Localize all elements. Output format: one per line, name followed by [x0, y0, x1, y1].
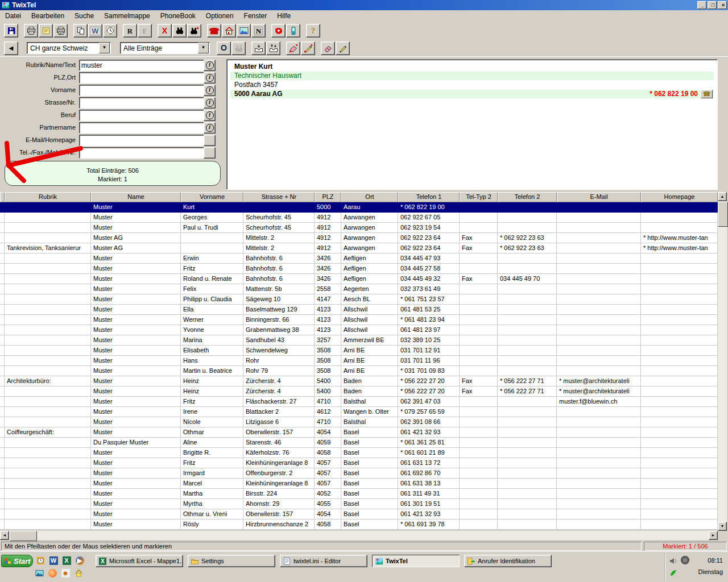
- help-button[interactable]: ?: [306, 24, 320, 38]
- menu-fenster[interactable]: Fenster: [239, 10, 272, 22]
- notes-button[interactable]: N: [251, 24, 266, 38]
- menu-phonebook[interactable]: PhoneBook: [155, 10, 201, 22]
- column-header-plz[interactable]: PLZ: [315, 192, 341, 202]
- partnername-input[interactable]: [79, 122, 204, 134]
- edit-button[interactable]: [336, 41, 350, 55]
- table-row[interactable]: MusterPhilipp u. ClaudiaSägeweg 104147Ae…: [0, 294, 718, 305]
- table-row[interactable]: MusterElisabethSchwendelweg3508Arni BE03…: [0, 346, 718, 356]
- maximize-button[interactable]: □: [708, 1, 717, 9]
- export-marked-button[interactable]: [251, 41, 266, 55]
- quicklaunch-word-icon[interactable]: W: [48, 556, 59, 566]
- table-row[interactable]: MusterMarcelKleinhüningeranlage 84057Bas…: [0, 479, 718, 489]
- task-button-settings[interactable]: Settings: [188, 555, 275, 567]
- map-button[interactable]: [237, 24, 251, 38]
- sms-button[interactable]: [286, 24, 300, 38]
- column-header-ort[interactable]: Ort: [341, 192, 398, 202]
- table-row[interactable]: Du Pasquier MusterAlineStarenstr. 464059…: [0, 438, 718, 448]
- menu-hilfe[interactable]: Hilfe: [272, 10, 296, 22]
- print-button[interactable]: [24, 24, 38, 38]
- back-button[interactable]: ◄: [4, 41, 18, 55]
- index-button-partnername[interactable]: I: [204, 122, 216, 134]
- print-list-button[interactable]: [53, 24, 68, 38]
- table-row[interactable]: MusterWernerBinningerstr. 664123Allschwi…: [0, 315, 718, 325]
- table-row[interactable]: MusterEllaBaselmattweg 1294123Allschwil0…: [0, 305, 718, 315]
- table-row[interactable]: MusterFelixMattenstr. 5b2558Aegerten032 …: [0, 284, 718, 294]
- vertical-scroll-thumb[interactable]: [718, 202, 728, 227]
- label-button[interactable]: [39, 24, 53, 38]
- start-button[interactable]: Start: [1, 555, 33, 567]
- erase-button[interactable]: [321, 41, 335, 55]
- plz-ort-input[interactable]: [79, 72, 204, 84]
- search-new-button[interactable]: [187, 24, 201, 38]
- quicklaunch-media-player-icon[interactable]: ▶: [75, 556, 85, 566]
- column-header-telefon-2[interactable]: Telefon 2: [498, 192, 557, 202]
- scroll-right-button[interactable]: ►: [709, 531, 718, 540]
- table-row[interactable]: Architekturbüro:MusterHeinzZürcherstr. 4…: [0, 376, 718, 386]
- table-row-selected[interactable]: MusterKurt5000Aarau* 062 822 19 00: [0, 202, 718, 213]
- scroll-down-button[interactable]: ▼: [718, 522, 727, 531]
- dial-button[interactable]: ☎: [207, 24, 221, 38]
- table-row[interactable]: MusterMarinaSandhubel 433257Ammerzwil BE…: [0, 335, 718, 346]
- strasse-nr-input[interactable]: [79, 97, 204, 109]
- column-header-strasse-nr[interactable]: Strasse + Nr: [243, 192, 315, 202]
- erase-marked-button[interactable]: [286, 41, 300, 55]
- delete-button[interactable]: X: [158, 24, 172, 38]
- menu-suche[interactable]: Suche: [69, 10, 99, 22]
- menu-optionen[interactable]: Optionen: [201, 10, 239, 22]
- region-select[interactable]: CH ganze Schweiz ▼: [27, 42, 111, 54]
- tray-volume-icon[interactable]: [669, 556, 679, 566]
- search-o-button[interactable]: O: [217, 41, 231, 55]
- search-stop-button[interactable]: [231, 41, 246, 55]
- tray-agent-icon[interactable]: [681, 556, 690, 566]
- table-row[interactable]: MusterRoland u. RenateBahnhofstr. 63426A…: [0, 274, 718, 284]
- entries-filter-select[interactable]: Alle Einträge ▼: [120, 42, 210, 54]
- chevron-down-icon[interactable]: ▼: [99, 43, 110, 53]
- swiss-map-button[interactable]: [271, 24, 286, 38]
- task-button-twixtel-ini-editor[interactable]: twixtel.ini - Editor: [280, 555, 367, 567]
- table-row[interactable]: MusterMarthaBirsstr. 2244052Basel061 311…: [0, 489, 718, 499]
- index-button-vorname[interactable]: I: [204, 85, 216, 96]
- table-row[interactable]: MusterYvonneGrabenmattweg 384123Allschwi…: [0, 325, 718, 335]
- vertical-scrollbar[interactable]: ▲ ▼: [718, 192, 727, 531]
- column-header-vorname[interactable]: Vorname: [181, 192, 243, 202]
- export-word-button[interactable]: W: [88, 24, 102, 38]
- scroll-up-button[interactable]: ▲: [718, 192, 727, 201]
- column-header-e-mail[interactable]: E-Mail: [557, 192, 641, 202]
- minimize-button[interactable]: _: [697, 1, 706, 9]
- table-row[interactable]: MusterBrigitte R.Käferholzstr. 764058Bas…: [0, 448, 718, 458]
- table-row[interactable]: MusterHansRohr3508Arni BE031 701 11 96: [0, 356, 718, 366]
- table-row[interactable]: MusterRöslyHirzbrunnenschanze 24058Basel…: [0, 519, 718, 530]
- quicklaunch-photo-icon[interactable]: [34, 568, 44, 578]
- table-row[interactable]: MusterErwinBahnhofstr. 63426Aefligen034 …: [0, 253, 718, 264]
- table-row[interactable]: MusterGeorgesScheurhofstr. 454912Aarwang…: [0, 213, 718, 223]
- tray-green-app-icon[interactable]: [669, 568, 679, 578]
- task-button-microsoft-excel-mappe1[interactable]: XMicrosoft Excel - Mappe1...: [96, 555, 183, 567]
- table-row[interactable]: Muster AGMittelstr. 24912Aarwangen062 92…: [0, 233, 718, 243]
- phonebook-button[interactable]: [222, 24, 236, 38]
- search-button[interactable]: [172, 24, 187, 38]
- table-row[interactable]: MusterIrmgardOffenburgerstr. 24057Basel0…: [0, 468, 718, 479]
- table-row[interactable]: MusterNicoleLitzigasse 64710Balsthal062 …: [0, 417, 718, 427]
- horizontal-scroll-thumb[interactable]: [10, 531, 37, 541]
- table-row[interactable]: MusterFritzBahnhofstr. 63426Aefligen034 …: [0, 264, 718, 274]
- task-button-twixtel[interactable]: TwixTel: [372, 555, 460, 567]
- format-r-button[interactable]: R: [123, 24, 137, 38]
- quicklaunch-excel-icon[interactable]: X: [61, 556, 72, 566]
- menu-sammelmappe[interactable]: Sammelmappe: [99, 10, 155, 22]
- copy-button[interactable]: [73, 24, 88, 38]
- column-header-name[interactable]: Name: [91, 192, 181, 202]
- table-row[interactable]: MusterPaul u. TrudiScheurhofstr. 454912A…: [0, 223, 718, 233]
- e-mail-homepage-input[interactable]: [79, 135, 204, 146]
- index-button-beruf[interactable]: I: [204, 110, 216, 121]
- quicklaunch-home-icon[interactable]: [73, 568, 84, 578]
- close-button[interactable]: ×: [718, 1, 727, 9]
- table-row[interactable]: MusterMartin u. BeatriceRohr 793508Arni …: [0, 366, 718, 376]
- column-header-tel-typ-2[interactable]: Tel-Typ 2: [460, 192, 498, 202]
- rubrik-name-text-input[interactable]: [79, 60, 204, 71]
- scroll-left-button[interactable]: ◄: [0, 531, 9, 540]
- table-row[interactable]: MusterOthmar u. VreniOberwilerstr. 15740…: [0, 509, 718, 519]
- index-button-rubrik-name-text[interactable]: I: [204, 60, 216, 71]
- dial-button[interactable]: ☎: [701, 90, 713, 98]
- column-header-homepage[interactable]: Homepage: [641, 192, 718, 202]
- horizontal-scrollbar[interactable]: ◄ ►: [0, 531, 718, 540]
